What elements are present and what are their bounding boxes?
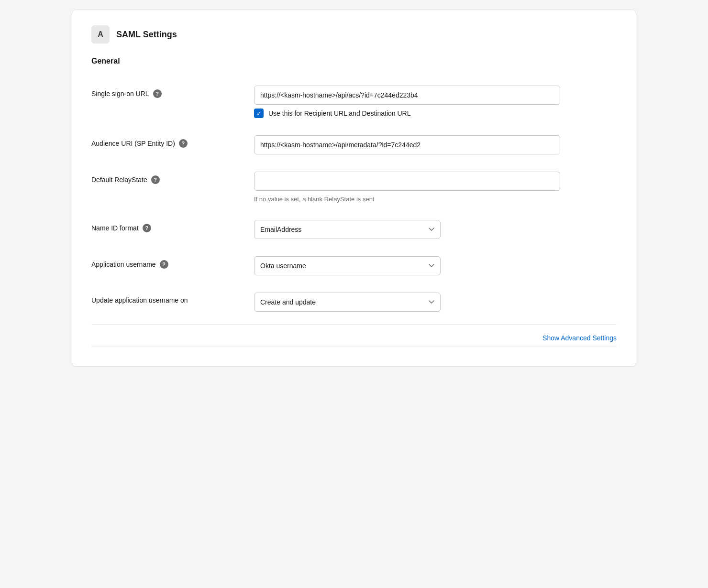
header-icon: A [91, 25, 110, 44]
general-section: General Single sign-on URL ? ✓ Use this … [91, 57, 617, 320]
show-advanced-settings-link[interactable]: Show Advanced Settings [542, 334, 617, 342]
update-app-username-input-col: Create and update Create only [254, 293, 617, 312]
sso-url-input-col: ✓ Use this for Recipient URL and Destina… [254, 86, 617, 118]
checkmark-icon: ✓ [256, 110, 262, 117]
name-id-format-select[interactable]: EmailAddress Unspecified Transient Persi… [254, 220, 441, 239]
audience-uri-label: Audience URI (SP Entity ID) [91, 140, 175, 147]
audience-uri-input-col [254, 135, 617, 154]
app-username-select[interactable]: Okta username Email Custom [254, 256, 441, 275]
app-username-help-icon[interactable]: ? [160, 260, 168, 269]
update-app-username-select[interactable]: Create and update Create only [254, 293, 441, 312]
advanced-row: Show Advanced Settings [91, 324, 617, 342]
relay-state-hint: If no value is set, a blank RelayState i… [254, 196, 617, 203]
name-id-format-row: Name ID format ? EmailAddress Unspecifie… [91, 211, 617, 248]
sso-url-input[interactable] [254, 86, 560, 105]
app-username-input-col: Okta username Email Custom [254, 256, 617, 275]
relay-state-row: Default RelayState ? If no value is set,… [91, 163, 617, 211]
relay-state-label: Default RelayState [91, 176, 147, 184]
sso-url-label: Single sign-on URL [91, 90, 149, 98]
name-id-format-input-col: EmailAddress Unspecified Transient Persi… [254, 220, 617, 239]
sso-url-help-icon[interactable]: ? [153, 89, 162, 98]
page-title: SAML Settings [116, 30, 177, 40]
name-id-format-label: Name ID format [91, 224, 139, 232]
app-username-label: Application username [91, 261, 156, 268]
audience-uri-row: Audience URI (SP Entity ID) ? [91, 127, 617, 163]
card-header: A SAML Settings [91, 25, 617, 44]
update-app-username-label-col: Update application username on [91, 293, 254, 304]
bottom-divider [91, 347, 617, 347]
relay-state-help-icon[interactable]: ? [151, 175, 160, 184]
audience-uri-label-col: Audience URI (SP Entity ID) ? [91, 135, 254, 148]
audience-uri-help-icon[interactable]: ? [179, 139, 188, 148]
recipient-url-checkbox[interactable]: ✓ [254, 109, 264, 118]
name-id-format-help-icon[interactable]: ? [143, 224, 151, 232]
update-app-username-row: Update application username on Create an… [91, 284, 617, 320]
recipient-url-checkbox-row: ✓ Use this for Recipient URL and Destina… [254, 109, 617, 118]
update-app-username-label: Update application username on [91, 296, 188, 304]
sso-url-label-col: Single sign-on URL ? [91, 86, 254, 98]
relay-state-input[interactable] [254, 172, 560, 191]
name-id-format-label-col: Name ID format ? [91, 220, 254, 232]
app-username-row: Application username ? Okta username Ema… [91, 248, 617, 284]
audience-uri-input[interactable] [254, 135, 560, 154]
sso-url-row: Single sign-on URL ? ✓ Use this for Reci… [91, 77, 617, 127]
relay-state-label-col: Default RelayState ? [91, 172, 254, 184]
saml-settings-card: A SAML Settings General Single sign-on U… [72, 10, 636, 367]
recipient-url-label: Use this for Recipient URL and Destinati… [268, 109, 411, 117]
relay-state-input-col: If no value is set, a blank RelayState i… [254, 172, 617, 203]
app-username-label-col: Application username ? [91, 256, 254, 269]
section-title: General [91, 57, 617, 65]
